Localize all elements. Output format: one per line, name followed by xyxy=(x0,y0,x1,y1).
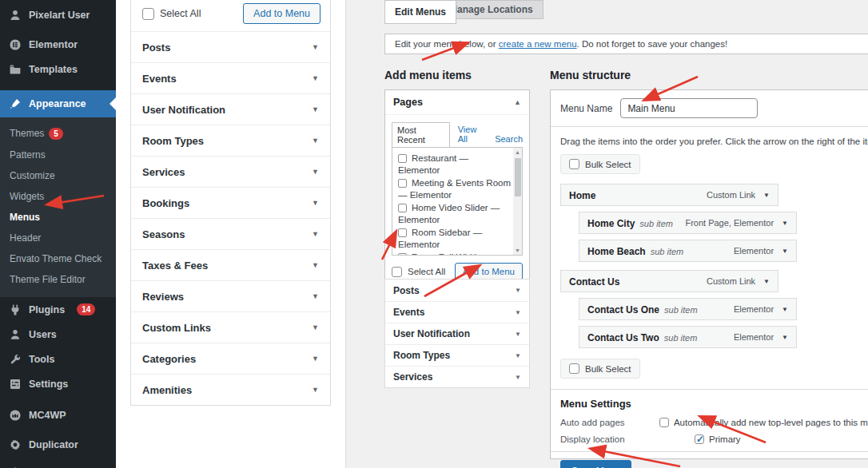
primary-location-checkbox[interactable] xyxy=(695,434,704,444)
accordion-item-posts[interactable]: Posts▼ xyxy=(131,31,330,62)
accordion-item-room-types[interactable]: Room Types▼ xyxy=(131,125,330,156)
accordion-item-seasons[interactable]: Seasons▼ xyxy=(131,218,330,249)
sidebar-item-tools[interactable]: Tools xyxy=(0,347,116,371)
bulk-select-checkbox[interactable] xyxy=(569,363,579,374)
tab-view-all[interactable]: View All xyxy=(458,125,487,147)
add-to-menu-button[interactable]: Add to Menu xyxy=(243,3,321,24)
menu-structure-heading: Menu structure xyxy=(550,69,631,81)
scrollbar-thumb[interactable] xyxy=(515,158,521,196)
sidebar-item-label: Duplicator xyxy=(29,439,78,450)
bulk-select-toggle[interactable]: Bulk Select xyxy=(560,154,640,174)
sidebar-item-label: Users xyxy=(29,329,57,340)
page-item-checkbox[interactable] xyxy=(398,179,407,188)
users-icon xyxy=(8,327,22,341)
accordion-item-services[interactable]: Services▼ xyxy=(131,156,330,187)
tab-edit-menus[interactable]: Edit Menus xyxy=(384,0,456,24)
pages-add-to-menu-button[interactable]: Add to Menu xyxy=(455,263,523,280)
page-checkbox-item[interactable]: Room Full Width — Elementor xyxy=(398,252,511,256)
page-checkbox-item[interactable]: Meeting & Events Room — Elementor xyxy=(398,177,511,201)
edit-menu-notice: Edit your menu below, or create a new me… xyxy=(384,34,868,54)
menu-item-home-city[interactable]: Home Citysub item Front Page, Elementor▼ xyxy=(579,212,797,234)
chevron-down-icon: ▼ xyxy=(515,309,521,316)
expand-item-icon[interactable]: ▼ xyxy=(763,192,770,199)
accordion-item-user-notification[interactable]: User Notification▼ xyxy=(131,93,330,125)
page-checkbox-item[interactable]: Home Video Slider — Elementor xyxy=(398,202,511,226)
add-menu-items-accordion: Select All Add to Menu Posts▼ Events▼ Us… xyxy=(130,0,331,406)
accordion-item-amenities[interactable]: Amenities▼ xyxy=(131,374,330,405)
page-item-checkbox[interactable] xyxy=(398,253,407,256)
menu-items-list: Home Custom Link▼ Home Citysub item Fron… xyxy=(551,174,868,348)
admin-sidebar: Pixelart User Elementor Templates Appear… xyxy=(0,0,116,468)
pages-select-all-row: Select All xyxy=(392,267,445,277)
menu-name-input[interactable] xyxy=(620,98,758,118)
pages-list-scrollbar[interactable]: ▲ ▼ xyxy=(513,148,522,255)
expand-item-icon[interactable]: ▼ xyxy=(782,334,788,341)
scroll-up-icon[interactable]: ▲ xyxy=(513,148,522,157)
select-all-checkbox[interactable] xyxy=(142,8,154,20)
sidebar-item-widgets[interactable]: Widgets xyxy=(0,186,116,207)
sidebar-item-themes[interactable]: Themes5 xyxy=(0,123,116,145)
sidebar-item-appearance[interactable]: Appearance xyxy=(0,90,116,117)
expand-item-icon[interactable]: ▼ xyxy=(782,220,788,227)
sidebar-item-templates[interactable]: Templates xyxy=(0,58,116,81)
sidebar-item-pixelart-user[interactable]: Pixelart User xyxy=(0,3,116,27)
expand-item-icon[interactable]: ▼ xyxy=(782,306,788,313)
folder-icon xyxy=(8,63,22,77)
display-location-label: Display location xyxy=(560,434,695,444)
expand-item-icon[interactable]: ▼ xyxy=(782,248,788,255)
sidebar-item-envato-theme-check[interactable]: Envato Theme Check xyxy=(0,248,116,269)
scroll-down-icon[interactable]: ▼ xyxy=(513,246,522,255)
accordion-item-categories[interactable]: Categories▼ xyxy=(131,343,330,374)
tab-search[interactable]: Search xyxy=(495,134,523,147)
tab-most-recent[interactable]: Most Recent xyxy=(392,122,450,148)
sidebar-item-patterns[interactable]: Patterns xyxy=(0,145,116,165)
chevron-up-icon: ▲ xyxy=(514,98,521,106)
pages-panel-header[interactable]: Pages ▲ xyxy=(385,90,529,115)
sidebar-item-header[interactable]: Header xyxy=(0,228,116,248)
chevron-down-icon: ▼ xyxy=(312,261,319,269)
menu-settings-heading: Menu Settings xyxy=(560,398,868,410)
sidebar-item-duplicator[interactable]: Duplicator xyxy=(0,432,116,457)
chevron-down-icon: ▼ xyxy=(312,230,319,238)
page-item-checkbox[interactable] xyxy=(398,204,407,212)
accordion-item-reviews[interactable]: Reviews▼ xyxy=(131,280,330,311)
page-item-checkbox[interactable] xyxy=(398,228,407,237)
menus-admin-screen: Edit Menus Manage Locations Edit your me… xyxy=(346,0,868,468)
sidebar-item-settings[interactable]: Settings xyxy=(0,371,116,396)
accordion-item-services[interactable]: Services▼ xyxy=(385,366,529,387)
expand-item-icon[interactable]: ▼ xyxy=(763,278,770,285)
accordion-item-taxes-fees[interactable]: Taxes & Fees▼ xyxy=(131,249,330,280)
accordion-item-room-types[interactable]: Room Types▼ xyxy=(385,344,529,366)
sidebar-collapse-button[interactable]: Collapse menu xyxy=(0,460,116,468)
sidebar-item-elementor[interactable]: Elementor xyxy=(0,33,116,57)
accordion-item-custom-links[interactable]: Custom Links▼ xyxy=(131,311,330,343)
page-checkbox-item[interactable]: Restaurant — Elementor xyxy=(398,153,511,176)
sidebar-item-plugins[interactable]: Plugins 14 xyxy=(0,297,116,322)
menu-item-home-beach[interactable]: Home Beachsub item Elementor▼ xyxy=(579,240,797,262)
accordion-item-events[interactable]: Events▼ xyxy=(385,301,529,323)
menu-item-contact-us[interactable]: Contact Us Custom Link▼ xyxy=(560,270,778,292)
sidebar-item-theme-file-editor[interactable]: Theme File Editor xyxy=(0,269,116,290)
menu-item-contact-us-one[interactable]: Contact Us Onesub item Elementor▼ xyxy=(579,298,797,320)
save-menu-button[interactable]: Save Menu xyxy=(560,460,631,468)
menu-item-contact-us-two[interactable]: Contact Us Twosub item Elementor▼ xyxy=(579,326,797,348)
accordion-item-user-notification[interactable]: User Notification▼ xyxy=(385,323,529,344)
auto-add-pages-control: Automatically add new top-level pages to… xyxy=(659,418,868,427)
sidebar-item-label: Plugins xyxy=(29,304,65,315)
sidebar-item-menus[interactable]: Menus xyxy=(0,207,116,228)
bulk-select-checkbox[interactable] xyxy=(569,159,579,169)
menu-name-label: Menu Name xyxy=(560,103,612,114)
sidebar-item-users[interactable]: Users xyxy=(0,322,116,347)
auto-add-pages-checkbox[interactable] xyxy=(659,418,669,427)
sidebar-item-customize[interactable]: Customize xyxy=(0,165,116,186)
menu-item-home[interactable]: Home Custom Link▼ xyxy=(560,184,778,206)
sidebar-item-mc4wp[interactable]: MC4WP xyxy=(0,403,116,427)
bulk-select-toggle-bottom[interactable]: Bulk Select xyxy=(560,359,640,379)
page-item-checkbox[interactable] xyxy=(398,154,407,163)
accordion-item-events[interactable]: Events▼ xyxy=(131,62,330,93)
page-checkbox-item[interactable]: Room Sidebar — Elementor xyxy=(398,227,511,251)
pages-select-all-checkbox[interactable] xyxy=(392,267,402,277)
accordion-item-posts[interactable]: Posts▼ xyxy=(385,280,529,301)
accordion-item-bookings[interactable]: Bookings▼ xyxy=(131,187,330,218)
create-new-menu-link[interactable]: create a new menu xyxy=(499,39,577,49)
